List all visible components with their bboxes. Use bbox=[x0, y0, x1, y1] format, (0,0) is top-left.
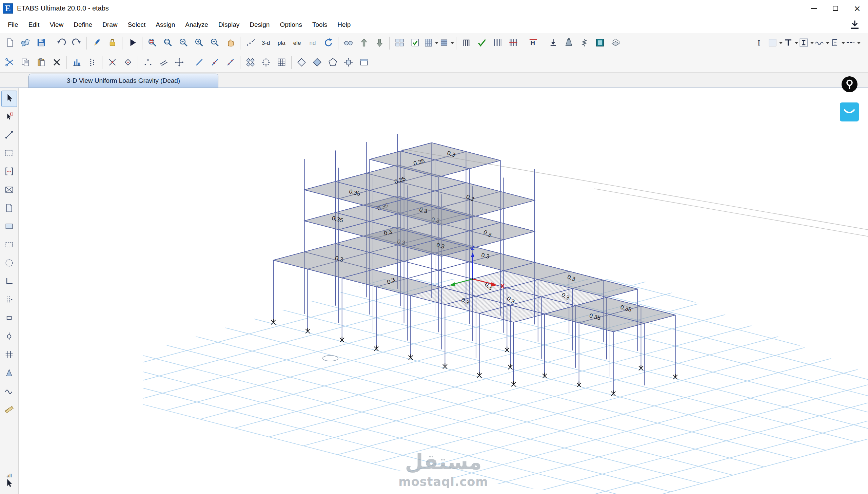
tendon-profile-dropdown[interactable] bbox=[814, 35, 829, 51]
named-view-button[interactable]: nd bbox=[305, 35, 320, 51]
restore-full-view-button[interactable] bbox=[160, 35, 176, 51]
display-style-button[interactable] bbox=[592, 35, 608, 51]
select-pointer-button[interactable] bbox=[1, 91, 17, 107]
draw-frame-properties-button[interactable] bbox=[458, 35, 474, 51]
menu-file[interactable]: File bbox=[3, 17, 23, 33]
extrude-button[interactable] bbox=[356, 55, 372, 71]
draw-grid-button[interactable] bbox=[1, 292, 17, 308]
menu-display[interactable]: Display bbox=[213, 17, 244, 33]
window-layout-button[interactable] bbox=[392, 35, 407, 51]
join-frames-button[interactable] bbox=[207, 55, 222, 71]
draw-link-button[interactable] bbox=[1, 329, 17, 345]
minimize-button[interactable] bbox=[803, 0, 825, 17]
model-3d-scene[interactable]: 0.30.30.30.30.30.350.350.350.30.30.350.3… bbox=[19, 88, 868, 494]
download-icon[interactable] bbox=[849, 19, 861, 31]
snap-points-button[interactable] bbox=[140, 55, 156, 71]
mass-assign-button[interactable] bbox=[561, 35, 576, 51]
line-type-dropdown[interactable] bbox=[845, 35, 861, 51]
object-toggle-checkbox[interactable] bbox=[407, 35, 423, 51]
scene-svg[interactable]: 0.30.30.30.30.30.350.350.350.30.30.350.3… bbox=[19, 88, 868, 494]
menu-analyze[interactable]: Analyze bbox=[180, 17, 213, 33]
ribbed-slab-button[interactable] bbox=[490, 35, 505, 51]
elevation-view-button[interactable]: ele bbox=[289, 35, 305, 51]
menu-options[interactable]: Options bbox=[275, 17, 307, 33]
quick-draw-braces-button[interactable] bbox=[1, 182, 17, 198]
model-canvas[interactable]: 0.30.30.30.30.30.350.350.350.30.30.350.3… bbox=[19, 88, 868, 494]
quick-draw-frame-button[interactable] bbox=[1, 164, 17, 180]
divide-frames-button[interactable] bbox=[191, 55, 207, 71]
previous-zoom-button[interactable] bbox=[176, 35, 191, 51]
pan-button[interactable] bbox=[222, 35, 238, 51]
run-analysis-button[interactable] bbox=[124, 35, 140, 51]
copy-button[interactable] bbox=[18, 55, 33, 71]
mesh-areas-button[interactable] bbox=[242, 55, 258, 71]
undo-button[interactable] bbox=[53, 35, 69, 51]
support-assign-button[interactable] bbox=[545, 35, 561, 51]
object-display-options-button[interactable] bbox=[340, 35, 356, 51]
snap-rotate-button[interactable] bbox=[120, 55, 136, 71]
plan-view-button[interactable]: pla bbox=[274, 35, 289, 51]
save-model-button[interactable] bbox=[33, 35, 49, 51]
align-objects-button[interactable] bbox=[340, 55, 356, 71]
spring-assign-button[interactable] bbox=[576, 35, 592, 51]
new-model-button[interactable] bbox=[2, 35, 18, 51]
frame-text-I-button[interactable]: I bbox=[751, 35, 767, 51]
edit-grid-button[interactable] bbox=[1, 347, 17, 363]
channel-section-dropdown[interactable] bbox=[829, 35, 845, 51]
zoom-out-button[interactable] bbox=[207, 35, 222, 51]
move-down-story-button[interactable] bbox=[372, 35, 387, 51]
menu-select[interactable]: Select bbox=[122, 17, 151, 33]
overlay-screenshot-button[interactable] bbox=[840, 102, 859, 122]
delete-button[interactable] bbox=[49, 55, 64, 71]
menu-tools[interactable]: Tools bbox=[307, 17, 332, 33]
steel-section-button[interactable]: H bbox=[525, 35, 541, 51]
area-section-dropdown[interactable] bbox=[767, 35, 783, 51]
move-objects-button[interactable] bbox=[171, 55, 187, 71]
expand-shrink-areas-button[interactable] bbox=[258, 55, 274, 71]
draw-cone-button[interactable] bbox=[1, 365, 17, 382]
quick-draw-wall-button[interactable] bbox=[1, 237, 17, 253]
3d-view-button[interactable]: 3-d bbox=[258, 35, 274, 51]
ribbed-slab-cut-button[interactable] bbox=[505, 35, 521, 51]
move-up-story-button[interactable] bbox=[356, 35, 372, 51]
draw-wall-corner-button[interactable] bbox=[1, 274, 17, 290]
rubber-band-zoom-button[interactable] bbox=[144, 35, 160, 51]
menu-edit[interactable]: Edit bbox=[23, 17, 45, 33]
perspective-toggle-button[interactable] bbox=[242, 35, 258, 51]
rotate-3d-view-button[interactable] bbox=[320, 35, 336, 51]
tab-3d-view[interactable]: 3-D View Uniform Loads Gravity (Dead) bbox=[28, 74, 218, 88]
building-view-dropdown[interactable] bbox=[423, 35, 438, 51]
pentagon-tool-button[interactable] bbox=[325, 55, 340, 71]
menu-assign[interactable]: Assign bbox=[151, 17, 180, 33]
quick-draw-floor-button[interactable] bbox=[1, 219, 17, 235]
named-sets-button[interactable] bbox=[84, 55, 100, 71]
redo-button[interactable] bbox=[69, 35, 84, 51]
show-tables-button[interactable] bbox=[69, 55, 84, 71]
draw-circle-button[interactable] bbox=[1, 255, 17, 272]
assign-check-button[interactable] bbox=[474, 35, 490, 51]
fillet-button[interactable] bbox=[309, 55, 325, 71]
close-button[interactable]: × bbox=[846, 0, 868, 17]
lock-model-button[interactable] bbox=[104, 35, 120, 51]
snap-intersections-button[interactable] bbox=[104, 55, 120, 71]
measure-button[interactable] bbox=[1, 402, 17, 418]
trim-tool-button[interactable] bbox=[2, 55, 18, 71]
overlay-pin-button[interactable] bbox=[841, 76, 858, 93]
chamfer-button[interactable] bbox=[294, 55, 309, 71]
menu-design[interactable]: Design bbox=[244, 17, 275, 33]
menu-draw[interactable]: Draw bbox=[97, 17, 122, 33]
edit-model-button[interactable] bbox=[89, 35, 104, 51]
menu-view[interactable]: View bbox=[44, 17, 68, 33]
draw-rect-button[interactable] bbox=[1, 310, 17, 327]
tee-section-dropdown[interactable] bbox=[783, 35, 798, 51]
open-model-button[interactable] bbox=[18, 35, 33, 51]
draw-floor-button[interactable] bbox=[1, 201, 17, 217]
paste-button[interactable] bbox=[33, 55, 49, 71]
break-frames-button[interactable] bbox=[222, 55, 238, 71]
zoom-in-button[interactable] bbox=[191, 35, 207, 51]
draw-spline-button[interactable] bbox=[1, 384, 17, 400]
snap-parallel-button[interactable] bbox=[156, 55, 171, 71]
reshape-objects-button[interactable] bbox=[1, 109, 17, 125]
mesh-grid-button[interactable] bbox=[274, 55, 289, 71]
select-all-button[interactable]: all bbox=[1, 471, 17, 490]
